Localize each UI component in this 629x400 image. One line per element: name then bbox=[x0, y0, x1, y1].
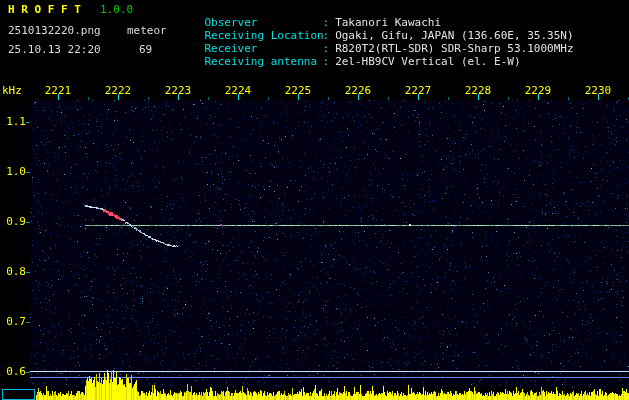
info-colon: : bbox=[323, 55, 330, 68]
mode-label: meteor bbox=[127, 24, 167, 37]
x-tick-label: 2227 bbox=[403, 84, 433, 97]
hrofft-window: H R O F F T 1.0.0 2510132220.png meteor … bbox=[0, 0, 629, 400]
datetime-label: 25.10.13 22:20 bbox=[8, 43, 101, 56]
echo-count: 69 bbox=[139, 43, 152, 56]
x-tick-label: 2224 bbox=[223, 84, 253, 97]
y-tick-label: 1.1 bbox=[2, 115, 26, 128]
output-filename: 2510132220.png bbox=[8, 24, 101, 37]
x-tick-label: 2225 bbox=[283, 84, 313, 97]
x-tick-label: 2221 bbox=[43, 84, 73, 97]
x-tick-label: 2229 bbox=[523, 84, 553, 97]
y-tick-label: 0.6 bbox=[2, 365, 26, 378]
info-row-antenna: Receiving antenna:2el-HB9CV Vertical (el… bbox=[178, 42, 521, 81]
x-tick-label: 2226 bbox=[343, 84, 373, 97]
app-version: 1.0.0 bbox=[100, 3, 133, 16]
x-tick-label: 2223 bbox=[163, 84, 193, 97]
app-title: H R O F F T bbox=[8, 3, 81, 16]
x-tick-label: 2222 bbox=[103, 84, 133, 97]
y-tick-label: 0.8 bbox=[2, 265, 26, 278]
y-axis-unit: kHz bbox=[2, 84, 22, 97]
x-tick-label: 2230 bbox=[583, 84, 613, 97]
info-value: 2el-HB9CV Vertical (el. E-W) bbox=[335, 55, 520, 68]
x-tick-label: 2228 bbox=[463, 84, 493, 97]
y-tick-label: 1.0 bbox=[2, 165, 26, 178]
legend-box bbox=[2, 389, 35, 400]
y-tick-label: 0.7 bbox=[2, 315, 26, 328]
y-tick-label: 0.9 bbox=[2, 215, 26, 228]
info-label: Receiving antenna bbox=[205, 55, 323, 68]
